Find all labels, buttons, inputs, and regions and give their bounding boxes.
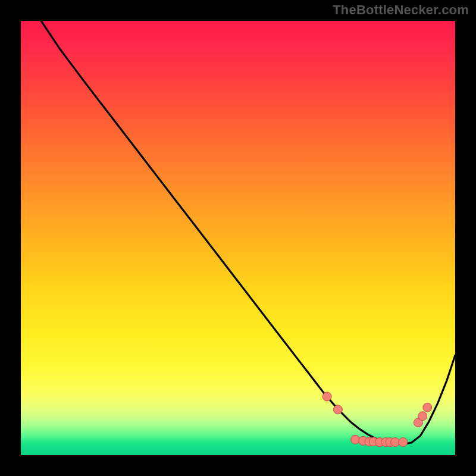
curve-line bbox=[38, 21, 455, 444]
chart-svg bbox=[21, 21, 455, 455]
chart-container: TheBottleNecker.com bbox=[0, 0, 476, 476]
data-point bbox=[418, 412, 427, 421]
data-point bbox=[399, 438, 408, 447]
watermark-text: TheBottleNecker.com bbox=[333, 2, 469, 18]
data-point bbox=[351, 435, 360, 444]
data-point bbox=[322, 392, 331, 401]
data-point bbox=[333, 405, 342, 414]
plot-area bbox=[21, 21, 455, 455]
data-point bbox=[423, 403, 432, 412]
